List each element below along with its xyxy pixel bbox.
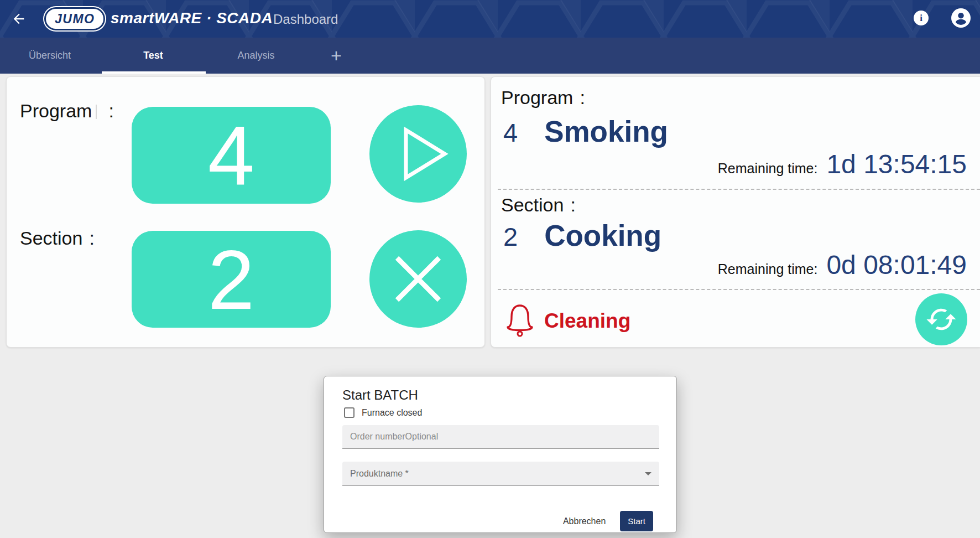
furnace-closed-label: Furnace closed <box>362 408 422 418</box>
start-button[interactable]: Start <box>620 511 653 531</box>
program-number-display[interactable]: 4 <box>132 107 331 204</box>
tab-bar: Übersicht Test Analysis + <box>0 38 980 74</box>
active-tab-indicator <box>102 71 206 74</box>
remaining-time-label: Remaining time: <box>718 161 818 177</box>
dashed-divider <box>498 289 980 290</box>
cancel-button[interactable] <box>369 230 467 328</box>
tab-uebersicht[interactable]: Übersicht <box>12 38 87 74</box>
product-name-select-label: Produktname * <box>350 469 409 479</box>
program-number: 4 <box>503 117 518 148</box>
program-status-row: 4 Smoking <box>503 115 668 148</box>
order-number-field <box>342 425 659 449</box>
order-number-input[interactable] <box>342 425 659 448</box>
tab-analysis[interactable]: Analysis <box>221 38 291 74</box>
program-status-label: Program: <box>501 87 585 108</box>
chevron-down-icon <box>645 472 651 475</box>
dialog-actions: Abbrechen Start <box>563 511 653 531</box>
start-batch-dialog: Start BATCH Furnace closed Produktname *… <box>324 376 677 533</box>
section-number: 2 <box>503 221 518 252</box>
section-status-row: 2 Cooking <box>503 219 661 252</box>
batch-status-panel: Program: 4 Smoking Remaining time: 1d 13… <box>491 76 980 348</box>
add-tab-button[interactable]: + <box>326 45 346 65</box>
refresh-icon[interactable] <box>915 293 967 345</box>
program-label: Program: <box>20 100 114 122</box>
info-icon[interactable]: i <box>914 11 929 25</box>
remaining-time-value: 0d 08:01:49 <box>826 250 967 280</box>
remaining-time-value: 1d 13:54:15 <box>826 149 967 179</box>
cancel-dialog-button[interactable]: Abbrechen <box>563 516 606 526</box>
dialog-title: Start BATCH <box>342 387 418 403</box>
dashed-divider <box>498 189 980 190</box>
brand-title: smartWARE · SCADA <box>111 9 273 27</box>
program-remaining-time: Remaining time: 1d 13:54:15 <box>718 149 967 179</box>
account-icon[interactable] <box>951 8 971 28</box>
product-name-select[interactable]: Produktname * <box>342 462 659 486</box>
program-control-panel: Program: 4 Section: 2 <box>6 76 485 348</box>
remaining-time-label: Remaining time: <box>718 261 818 277</box>
section-number-display[interactable]: 2 <box>132 231 331 328</box>
furnace-closed-checkbox-row: Furnace closed <box>344 407 422 418</box>
section-status-label: Section: <box>501 194 576 216</box>
page-title: Dashboard <box>273 12 338 27</box>
alarm-status-text: Cleaning <box>544 309 630 333</box>
furnace-closed-checkbox[interactable] <box>344 407 355 418</box>
play-button[interactable] <box>369 105 467 203</box>
program-name: Smoking <box>544 115 668 148</box>
tab-test[interactable]: Test <box>127 38 180 74</box>
jumo-logo: JUMO <box>44 7 105 30</box>
top-app-bar: JUMO smartWARE · SCADA Dashboard i <box>0 0 980 38</box>
section-remaining-time: Remaining time: 0d 08:01:49 <box>718 250 967 280</box>
dashboard-page: JUMO smartWARE · SCADA Dashboard i Übers… <box>0 0 980 538</box>
back-arrow-icon[interactable] <box>11 11 27 27</box>
jumo-logo-text: JUMO <box>55 12 95 27</box>
section-label: Section: <box>20 227 95 249</box>
bell-icon <box>500 297 540 339</box>
label-caret-decoration <box>96 105 97 119</box>
section-name: Cooking <box>544 219 661 252</box>
